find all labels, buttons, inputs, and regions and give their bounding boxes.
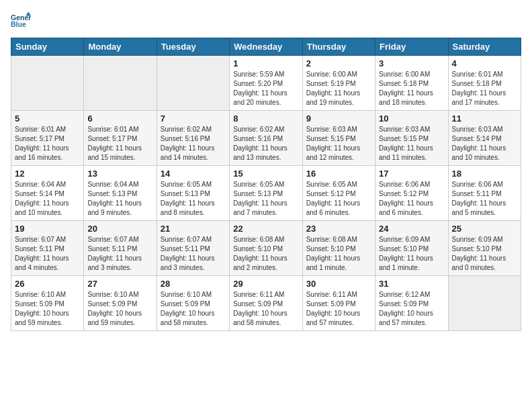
- day-number: 20: [87, 224, 152, 234]
- day-number: 31: [379, 279, 444, 289]
- day-info: Sunrise: 6:11 AMSunset: 5:09 PMDaylight:…: [233, 290, 298, 328]
- calendar-cell: 26Sunrise: 6:10 AMSunset: 5:09 PMDayligh…: [11, 276, 84, 331]
- calendar-cell: 12Sunrise: 6:04 AMSunset: 5:14 PMDayligh…: [11, 166, 84, 221]
- weekday-header-row: SundayMondayTuesdayWednesdayThursdayFrid…: [11, 38, 521, 56]
- day-info: Sunrise: 6:07 AMSunset: 5:11 PMDaylight:…: [161, 235, 226, 273]
- day-number: 29: [233, 279, 298, 289]
- calendar-cell: 19Sunrise: 6:07 AMSunset: 5:11 PMDayligh…: [11, 221, 84, 276]
- day-info: Sunrise: 6:06 AMSunset: 5:11 PMDaylight:…: [452, 180, 517, 218]
- day-info: Sunrise: 6:01 AMSunset: 5:18 PMDaylight:…: [452, 70, 517, 107]
- calendar-cell: 17Sunrise: 6:06 AMSunset: 5:12 PMDayligh…: [375, 166, 448, 221]
- calendar-cell: 10Sunrise: 6:03 AMSunset: 5:15 PMDayligh…: [375, 111, 448, 166]
- day-info: Sunrise: 6:05 AMSunset: 5:13 PMDaylight:…: [161, 180, 226, 218]
- day-info: Sunrise: 6:00 AMSunset: 5:19 PMDaylight:…: [306, 70, 371, 107]
- calendar-cell: 9Sunrise: 6:03 AMSunset: 5:15 PMDaylight…: [302, 111, 375, 166]
- calendar-week-row: 1Sunrise: 5:59 AMSunset: 5:20 PMDaylight…: [11, 56, 521, 111]
- calendar-cell: 20Sunrise: 6:07 AMSunset: 5:11 PMDayligh…: [84, 221, 157, 276]
- day-number: 30: [306, 279, 371, 289]
- calendar-cell: [448, 276, 521, 331]
- calendar-cell: 31Sunrise: 6:12 AMSunset: 5:09 PMDayligh…: [375, 276, 448, 331]
- calendar-cell: 13Sunrise: 6:04 AMSunset: 5:13 PMDayligh…: [84, 166, 157, 221]
- calendar-cell: 7Sunrise: 6:02 AMSunset: 5:16 PMDaylight…: [157, 111, 229, 166]
- day-info: Sunrise: 6:04 AMSunset: 5:13 PMDaylight:…: [87, 180, 152, 218]
- calendar-cell: 25Sunrise: 6:09 AMSunset: 5:10 PMDayligh…: [448, 221, 521, 276]
- day-number: 26: [15, 279, 80, 289]
- calendar-cell: 30Sunrise: 6:11 AMSunset: 5:09 PMDayligh…: [302, 276, 375, 331]
- day-number: 23: [306, 224, 371, 234]
- weekday-friday: Friday: [375, 38, 448, 56]
- day-info: Sunrise: 6:10 AMSunset: 5:09 PMDaylight:…: [161, 290, 226, 328]
- calendar-week-row: 26Sunrise: 6:10 AMSunset: 5:09 PMDayligh…: [11, 276, 521, 331]
- day-number: 4: [452, 58, 517, 68]
- calendar-cell: 4Sunrise: 6:01 AMSunset: 5:18 PMDaylight…: [448, 56, 521, 111]
- day-number: 13: [87, 169, 152, 179]
- day-info: Sunrise: 6:05 AMSunset: 5:12 PMDaylight:…: [306, 180, 371, 218]
- day-info: Sunrise: 6:03 AMSunset: 5:14 PMDaylight:…: [452, 125, 517, 163]
- calendar-cell: 16Sunrise: 6:05 AMSunset: 5:12 PMDayligh…: [302, 166, 375, 221]
- day-info: Sunrise: 6:10 AMSunset: 5:09 PMDaylight:…: [87, 290, 152, 328]
- day-number: 10: [379, 113, 444, 124]
- calendar-cell: 3Sunrise: 6:00 AMSunset: 5:18 PMDaylight…: [375, 56, 448, 111]
- calendar-cell: [157, 56, 229, 111]
- calendar-week-row: 19Sunrise: 6:07 AMSunset: 5:11 PMDayligh…: [11, 221, 521, 276]
- day-info: Sunrise: 5:59 AMSunset: 5:20 PMDaylight:…: [233, 70, 298, 107]
- day-info: Sunrise: 6:03 AMSunset: 5:15 PMDaylight:…: [379, 125, 444, 163]
- day-number: 22: [233, 224, 298, 234]
- weekday-saturday: Saturday: [448, 38, 521, 56]
- calendar-cell: 11Sunrise: 6:03 AMSunset: 5:14 PMDayligh…: [448, 111, 521, 166]
- day-info: Sunrise: 6:10 AMSunset: 5:09 PMDaylight:…: [15, 290, 80, 328]
- day-info: Sunrise: 6:02 AMSunset: 5:16 PMDaylight:…: [233, 125, 298, 163]
- day-info: Sunrise: 6:07 AMSunset: 5:11 PMDaylight:…: [15, 235, 80, 273]
- day-number: 28: [161, 279, 226, 289]
- day-number: 18: [452, 169, 517, 179]
- day-number: 25: [452, 224, 517, 234]
- logo: General Blue: [11, 11, 32, 31]
- calendar-cell: 28Sunrise: 6:10 AMSunset: 5:09 PMDayligh…: [157, 276, 229, 331]
- calendar-cell: 8Sunrise: 6:02 AMSunset: 5:16 PMDaylight…: [230, 111, 302, 166]
- day-info: Sunrise: 6:12 AMSunset: 5:09 PMDaylight:…: [379, 290, 444, 328]
- day-info: Sunrise: 6:09 AMSunset: 5:10 PMDaylight:…: [452, 235, 517, 273]
- calendar-cell: 29Sunrise: 6:11 AMSunset: 5:09 PMDayligh…: [230, 276, 302, 331]
- logo-icon: General Blue: [11, 11, 31, 31]
- day-number: 9: [306, 113, 371, 124]
- day-number: 7: [161, 113, 226, 124]
- day-number: 17: [379, 169, 444, 179]
- weekday-wednesday: Wednesday: [230, 38, 302, 56]
- calendar-cell: 1Sunrise: 5:59 AMSunset: 5:20 PMDaylight…: [230, 56, 302, 111]
- calendar-cell: 2Sunrise: 6:00 AMSunset: 5:19 PMDaylight…: [302, 56, 375, 111]
- day-info: Sunrise: 6:03 AMSunset: 5:15 PMDaylight:…: [306, 125, 371, 163]
- day-info: Sunrise: 6:06 AMSunset: 5:12 PMDaylight:…: [379, 180, 444, 218]
- day-number: 24: [379, 224, 444, 234]
- weekday-thursday: Thursday: [302, 38, 375, 56]
- day-number: 5: [15, 113, 80, 124]
- day-number: 8: [233, 113, 298, 124]
- day-number: 21: [161, 224, 226, 234]
- weekday-monday: Monday: [84, 38, 157, 56]
- header: General Blue: [11, 11, 521, 31]
- day-number: 3: [379, 58, 444, 68]
- day-info: Sunrise: 6:11 AMSunset: 5:09 PMDaylight:…: [306, 290, 371, 328]
- calendar: SundayMondayTuesdayWednesdayThursdayFrid…: [11, 38, 521, 331]
- calendar-cell: 15Sunrise: 6:05 AMSunset: 5:13 PMDayligh…: [230, 166, 302, 221]
- calendar-cell: 5Sunrise: 6:01 AMSunset: 5:17 PMDaylight…: [11, 111, 84, 166]
- day-number: 6: [87, 113, 152, 124]
- day-info: Sunrise: 6:07 AMSunset: 5:11 PMDaylight:…: [87, 235, 152, 273]
- calendar-cell: [84, 56, 157, 111]
- day-number: 15: [233, 169, 298, 179]
- calendar-cell: 6Sunrise: 6:01 AMSunset: 5:17 PMDaylight…: [84, 111, 157, 166]
- day-info: Sunrise: 6:08 AMSunset: 5:10 PMDaylight:…: [233, 235, 298, 273]
- weekday-tuesday: Tuesday: [157, 38, 229, 56]
- calendar-cell: 18Sunrise: 6:06 AMSunset: 5:11 PMDayligh…: [448, 166, 521, 221]
- day-info: Sunrise: 6:01 AMSunset: 5:17 PMDaylight:…: [87, 125, 152, 163]
- day-info: Sunrise: 6:04 AMSunset: 5:14 PMDaylight:…: [15, 180, 80, 218]
- day-number: 12: [15, 169, 80, 179]
- page: General Blue SundayMondayTuesdayWednesda…: [0, 0, 532, 411]
- calendar-cell: 21Sunrise: 6:07 AMSunset: 5:11 PMDayligh…: [157, 221, 229, 276]
- calendar-cell: [11, 56, 84, 111]
- calendar-cell: 14Sunrise: 6:05 AMSunset: 5:13 PMDayligh…: [157, 166, 229, 221]
- day-info: Sunrise: 6:09 AMSunset: 5:10 PMDaylight:…: [379, 235, 444, 273]
- day-info: Sunrise: 6:05 AMSunset: 5:13 PMDaylight:…: [233, 180, 298, 218]
- calendar-cell: 22Sunrise: 6:08 AMSunset: 5:10 PMDayligh…: [230, 221, 302, 276]
- calendar-cell: 27Sunrise: 6:10 AMSunset: 5:09 PMDayligh…: [84, 276, 157, 331]
- svg-text:Blue: Blue: [11, 20, 26, 28]
